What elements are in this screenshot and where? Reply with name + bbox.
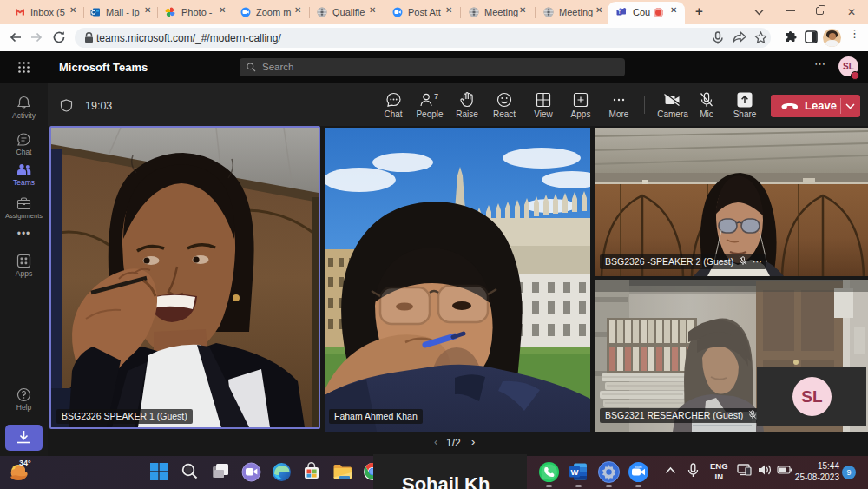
svg-text:W: W [571,467,579,477]
svg-text:7: 7 [434,92,438,101]
svg-text:zoom: zoom [635,466,641,469]
svg-text:T: T [618,10,621,15]
